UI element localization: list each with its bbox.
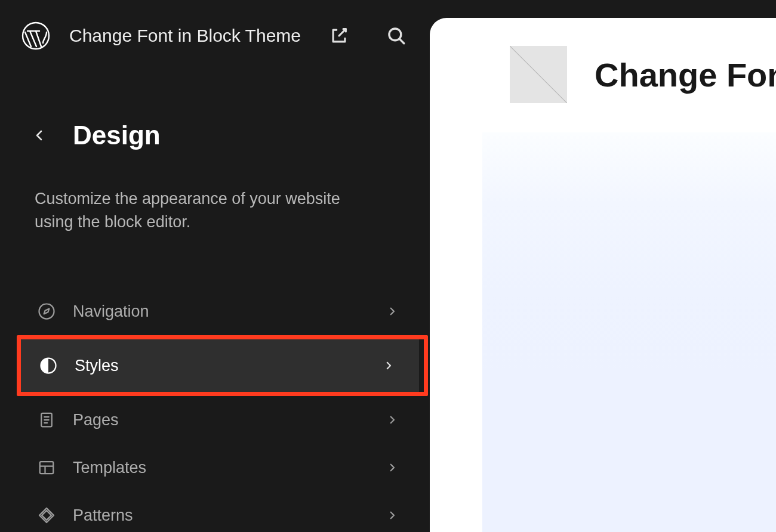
design-menu: Navigation Styles: [0, 287, 430, 532]
menu-item-label: Templates: [73, 459, 369, 477]
chevron-right-icon: [386, 413, 399, 426]
sidebar: Change Font in Block Theme: [0, 0, 430, 532]
half-circle-icon: [39, 356, 58, 375]
layout-icon: [37, 458, 56, 477]
chevron-right-icon: [386, 461, 399, 474]
svg-point-2: [39, 304, 54, 319]
menu-item-label: Navigation: [73, 302, 369, 321]
menu-item-label: Patterns: [73, 506, 369, 525]
menu-item-pages[interactable]: Pages: [0, 396, 430, 444]
back-button[interactable]: [31, 127, 48, 144]
compass-icon: [37, 302, 56, 321]
wordpress-logo-icon[interactable]: [21, 21, 50, 50]
search-icon[interactable]: [384, 24, 408, 48]
preview-site-title: Change Font: [595, 55, 776, 94]
preview-header: Change Font: [430, 18, 776, 113]
page-icon: [37, 410, 56, 429]
topbar: Change Font in Block Theme: [0, 0, 430, 50]
preview-body: [482, 132, 776, 532]
section-description: Customize the appearance of your website…: [0, 187, 388, 234]
view-site-icon[interactable]: [327, 24, 351, 48]
preview-frame[interactable]: Change Font: [430, 18, 776, 532]
menu-item-label: Styles: [75, 357, 365, 375]
section-header: Design: [0, 120, 430, 150]
svg-rect-5: [40, 462, 54, 474]
section-title: Design: [73, 120, 161, 150]
site-title[interactable]: Change Font in Block Theme: [69, 26, 308, 46]
menu-item-navigation[interactable]: Navigation: [0, 287, 430, 335]
menu-item-styles[interactable]: Styles: [21, 339, 424, 392]
preview-pane: Change Font: [430, 0, 776, 532]
diamond-icon: [37, 506, 56, 525]
menu-item-label: Pages: [73, 411, 369, 429]
chevron-right-icon: [382, 359, 395, 372]
chevron-right-icon: [386, 509, 399, 522]
chevron-right-icon: [386, 305, 399, 318]
menu-item-highlight: Styles: [17, 335, 428, 396]
menu-item-patterns[interactable]: Patterns: [0, 491, 430, 532]
menu-item-templates[interactable]: Templates: [0, 444, 430, 491]
placeholder-image-icon: [510, 46, 567, 103]
